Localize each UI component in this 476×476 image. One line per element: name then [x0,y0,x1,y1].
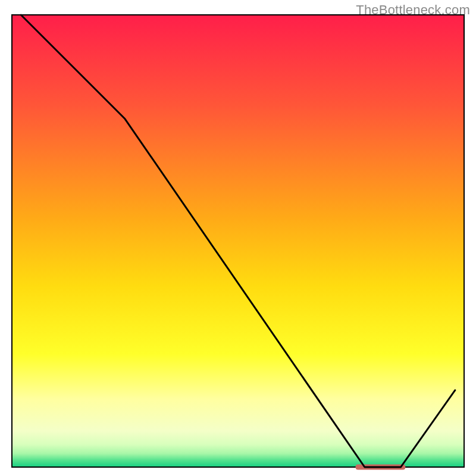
bottleneck-chart [0,0,476,476]
plot-background [12,15,464,467]
watermark-text: TheBottleneck.com [356,2,470,18]
chart-container: TheBottleneck.com [0,0,476,476]
